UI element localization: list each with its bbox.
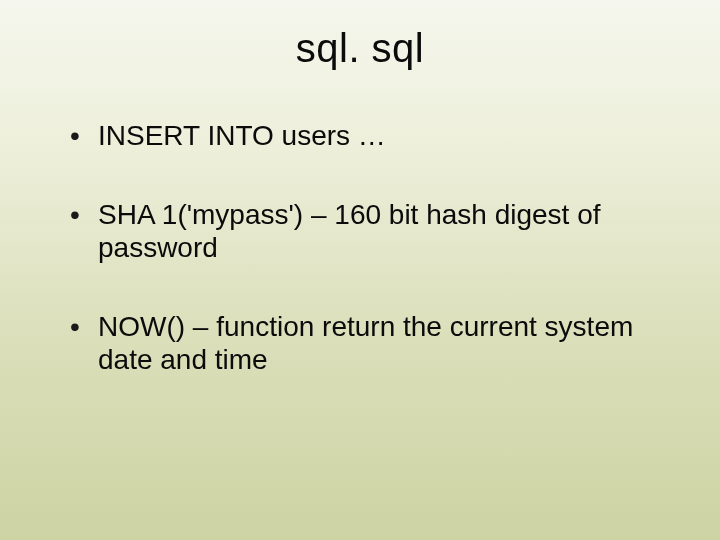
bullet-list: INSERT INTO users … SHA 1('mypass') – 16… <box>60 119 660 376</box>
slide-title: sql. sql <box>60 26 660 71</box>
slide: sql. sql INSERT INTO users … SHA 1('mypa… <box>0 0 720 540</box>
list-item: SHA 1('mypass') – 160 bit hash digest of… <box>70 198 660 264</box>
list-item: INSERT INTO users … <box>70 119 660 152</box>
list-item: NOW() – function return the current syst… <box>70 310 660 376</box>
